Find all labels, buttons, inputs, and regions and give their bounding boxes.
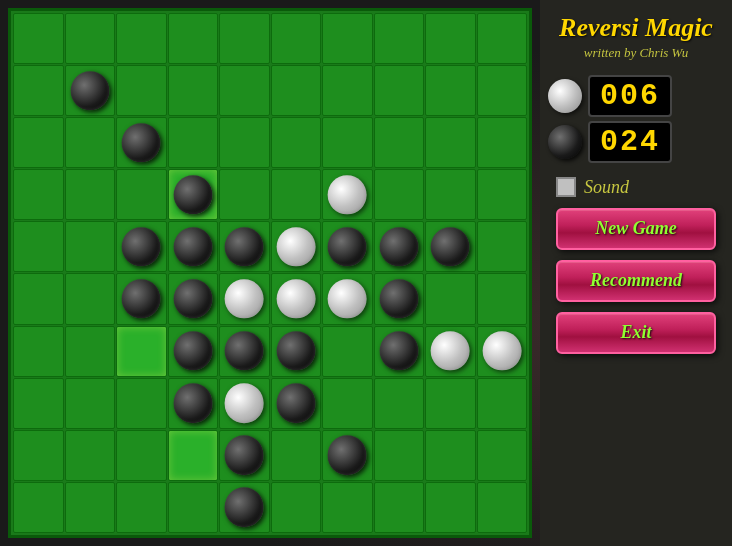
board-cell[interactable] (374, 169, 425, 220)
board-cell[interactable] (116, 13, 167, 64)
board-cell[interactable] (271, 430, 322, 481)
board-cell[interactable] (425, 378, 476, 429)
board-cell[interactable] (168, 326, 219, 377)
board-cell[interactable] (425, 273, 476, 324)
board-cell[interactable] (425, 169, 476, 220)
board-cell[interactable] (168, 273, 219, 324)
board-cell[interactable] (322, 65, 373, 116)
board-cell[interactable] (271, 378, 322, 429)
board-cell[interactable] (477, 378, 528, 429)
board-cell[interactable] (116, 221, 167, 272)
board-cell[interactable] (219, 169, 270, 220)
board-cell[interactable] (168, 221, 219, 272)
board-cell[interactable] (425, 65, 476, 116)
board-cell[interactable] (13, 169, 64, 220)
board-cell[interactable] (168, 378, 219, 429)
board-cell[interactable] (116, 430, 167, 481)
board-cell[interactable] (168, 430, 219, 481)
board-cell[interactable] (374, 117, 425, 168)
sound-checkbox[interactable] (556, 177, 576, 197)
board-cell[interactable] (219, 482, 270, 533)
board-cell[interactable] (116, 65, 167, 116)
board-cell[interactable] (65, 169, 116, 220)
board-cell[interactable] (168, 117, 219, 168)
board-cell[interactable] (13, 117, 64, 168)
board-cell[interactable] (477, 221, 528, 272)
board-cell[interactable] (271, 221, 322, 272)
board-cell[interactable] (65, 65, 116, 116)
board-cell[interactable] (219, 65, 270, 116)
board-cell[interactable] (13, 221, 64, 272)
board-cell[interactable] (271, 65, 322, 116)
board-cell[interactable] (116, 326, 167, 377)
board-cell[interactable] (65, 482, 116, 533)
board-cell[interactable] (322, 273, 373, 324)
board-cell[interactable] (374, 13, 425, 64)
board-cell[interactable] (13, 273, 64, 324)
board-cell[interactable] (13, 326, 64, 377)
board-cell[interactable] (374, 378, 425, 429)
board-cell[interactable] (219, 13, 270, 64)
board-cell[interactable] (425, 117, 476, 168)
board-cell[interactable] (65, 430, 116, 481)
board-cell[interactable] (219, 326, 270, 377)
board-cell[interactable] (374, 482, 425, 533)
board-cell[interactable] (65, 221, 116, 272)
board-cell[interactable] (219, 221, 270, 272)
board-cell[interactable] (477, 482, 528, 533)
game-board[interactable] (8, 8, 532, 538)
board-cell[interactable] (477, 273, 528, 324)
board-cell[interactable] (477, 13, 528, 64)
board-cell[interactable] (322, 169, 373, 220)
board-cell[interactable] (374, 326, 425, 377)
board-cell[interactable] (374, 273, 425, 324)
board-cell[interactable] (322, 326, 373, 377)
board-cell[interactable] (168, 169, 219, 220)
board-cell[interactable] (322, 13, 373, 64)
board-cell[interactable] (271, 326, 322, 377)
board-cell[interactable] (13, 65, 64, 116)
board-cell[interactable] (219, 430, 270, 481)
board-cell[interactable] (13, 482, 64, 533)
board-cell[interactable] (168, 13, 219, 64)
board-cell[interactable] (65, 117, 116, 168)
board-cell[interactable] (477, 117, 528, 168)
board-cell[interactable] (65, 13, 116, 64)
board-cell[interactable] (477, 169, 528, 220)
board-cell[interactable] (116, 378, 167, 429)
board-cell[interactable] (271, 273, 322, 324)
board-cell[interactable] (219, 117, 270, 168)
board-cell[interactable] (13, 430, 64, 481)
board-cell[interactable] (374, 65, 425, 116)
board-cell[interactable] (116, 482, 167, 533)
exit-button[interactable]: Exit (556, 312, 716, 354)
recommend-button[interactable]: Recommend (556, 260, 716, 302)
board-cell[interactable] (65, 326, 116, 377)
board-cell[interactable] (168, 65, 219, 116)
new-game-button[interactable]: New Game (556, 208, 716, 250)
board-cell[interactable] (116, 169, 167, 220)
board-cell[interactable] (425, 482, 476, 533)
board-cell[interactable] (65, 273, 116, 324)
board-cell[interactable] (271, 13, 322, 64)
board-cell[interactable] (425, 13, 476, 64)
board-cell[interactable] (477, 326, 528, 377)
board-cell[interactable] (271, 169, 322, 220)
board-cell[interactable] (219, 273, 270, 324)
board-cell[interactable] (271, 117, 322, 168)
board-cell[interactable] (116, 273, 167, 324)
board-cell[interactable] (425, 430, 476, 481)
board-cell[interactable] (219, 378, 270, 429)
board-cell[interactable] (374, 430, 425, 481)
board-cell[interactable] (425, 221, 476, 272)
board-cell[interactable] (13, 378, 64, 429)
board-cell[interactable] (65, 378, 116, 429)
board-cell[interactable] (425, 326, 476, 377)
board-cell[interactable] (322, 482, 373, 533)
board-cell[interactable] (116, 117, 167, 168)
board-cell[interactable] (322, 221, 373, 272)
board-cell[interactable] (271, 482, 322, 533)
board-cell[interactable] (168, 482, 219, 533)
board-cell[interactable] (322, 430, 373, 481)
board-cell[interactable] (477, 65, 528, 116)
